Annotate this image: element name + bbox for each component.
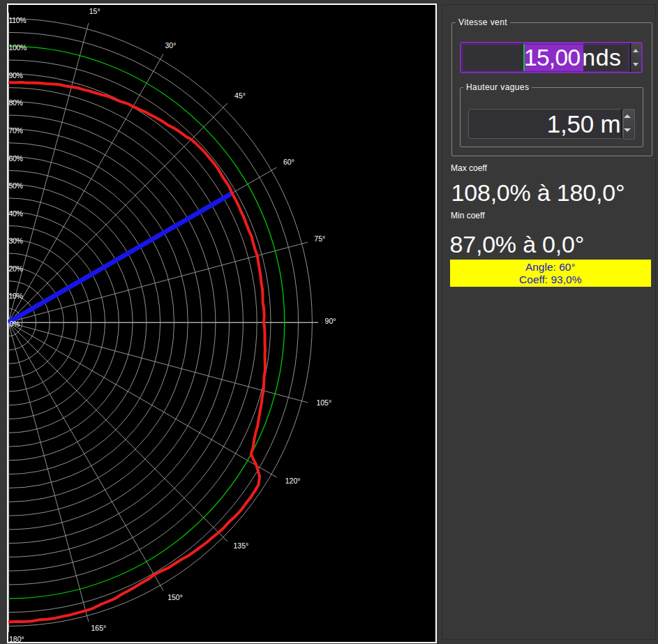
svg-text:105°: 105°	[316, 398, 331, 407]
svg-text:180°: 180°	[9, 635, 24, 643]
svg-text:110%: 110%	[9, 16, 27, 24]
svg-text:135°: 135°	[234, 541, 249, 550]
svg-text:60°: 60°	[283, 158, 294, 166]
svg-text:90°: 90°	[325, 317, 336, 325]
svg-text:70%: 70%	[9, 126, 23, 135]
svg-text:100%: 100%	[9, 43, 27, 52]
svg-text:20%: 20%	[9, 264, 23, 273]
svg-text:165°: 165°	[91, 624, 107, 632]
svg-text:0%: 0%	[10, 320, 20, 328]
svg-text:60%: 60%	[9, 154, 23, 163]
svg-text:30%: 30%	[9, 237, 23, 245]
svg-text:80%: 80%	[9, 98, 23, 107]
svg-text:10%: 10%	[9, 292, 23, 300]
svg-text:40%: 40%	[9, 209, 23, 218]
svg-text:50%: 50%	[9, 181, 23, 190]
svg-text:150°: 150°	[167, 593, 183, 601]
svg-text:45°: 45°	[234, 91, 246, 100]
svg-text:120°: 120°	[285, 477, 301, 485]
svg-text:30°: 30°	[165, 41, 176, 50]
svg-text:90%: 90%	[9, 71, 23, 80]
svg-text:75°: 75°	[314, 234, 325, 243]
svg-text:15°: 15°	[89, 7, 100, 15]
